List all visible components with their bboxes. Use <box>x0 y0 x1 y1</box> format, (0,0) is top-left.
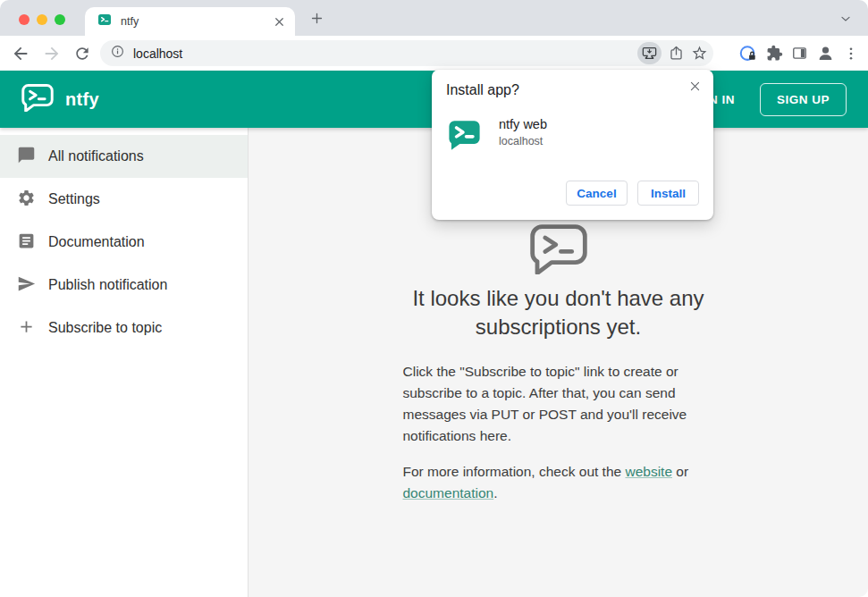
tab-strip: ntfy <box>0 0 868 36</box>
reload-icon[interactable] <box>73 45 91 63</box>
sidebar-item-label: Documentation <box>48 234 145 250</box>
article-icon <box>17 231 36 254</box>
paragraph-text: For more information, check out the <box>403 464 626 479</box>
password-extension-icon[interactable] <box>738 44 758 63</box>
tab-favicon-ntfy-icon <box>97 13 112 30</box>
sidebar-item-label: Subscribe to topic <box>48 320 162 336</box>
share-icon[interactable] <box>668 45 685 62</box>
extensions-puzzle-icon[interactable] <box>766 45 783 62</box>
address-bar[interactable]: localhost <box>100 40 713 66</box>
side-panel-icon[interactable] <box>791 45 808 62</box>
sign-up-button[interactable]: SIGN UP <box>760 83 847 116</box>
install-app-icon[interactable] <box>637 42 662 64</box>
new-tab-button[interactable] <box>309 11 324 26</box>
cancel-button[interactable]: Cancel <box>566 181 628 206</box>
site-info-icon[interactable] <box>110 44 125 63</box>
paragraph-text: Click the "Subscribe to topic" link to c… <box>403 364 687 443</box>
browser-menu-dots-icon[interactable] <box>843 46 859 62</box>
traffic-lights <box>19 14 65 25</box>
install-button[interactable]: Install <box>637 181 699 206</box>
url-text[interactable]: localhost <box>133 46 637 61</box>
paragraph-text: or <box>672 464 688 479</box>
back-icon[interactable] <box>11 44 30 63</box>
more-info-paragraph: For more information, check out the webs… <box>403 461 714 504</box>
sidebar-item-documentation[interactable]: Documentation <box>0 221 248 264</box>
chat-bubble-icon <box>17 146 36 168</box>
minimize-window-button[interactable] <box>37 14 47 25</box>
tab-search-chevron-icon[interactable] <box>839 12 853 26</box>
sidebar-item-publish-notification[interactable]: Publish notification <box>0 264 248 307</box>
send-icon <box>17 274 36 297</box>
browser-toolbar: localhost <box>0 36 868 71</box>
sidebar: All notifications Settings Documentation… <box>0 128 249 597</box>
ntfy-logo-icon <box>21 84 54 115</box>
browser-window: ntfy localhost <box>0 0 868 597</box>
website-link[interactable]: website <box>625 464 672 479</box>
gear-icon <box>17 189 36 211</box>
sidebar-item-all-notifications[interactable]: All notifications <box>0 135 248 178</box>
brand-title: ntfy <box>65 89 99 110</box>
close-icon[interactable] <box>688 80 702 93</box>
forward-icon[interactable] <box>42 44 62 63</box>
empty-state-heading: It looks like you don't have any subscri… <box>401 284 716 341</box>
tab-title: ntfy <box>121 15 273 28</box>
profile-avatar-icon[interactable] <box>816 44 835 63</box>
install-app-dialog: Install app? ntfy web localhost Cancel I… <box>432 70 713 220</box>
sidebar-item-label: All notifications <box>48 148 144 164</box>
ntfy-app-icon <box>446 117 483 157</box>
documentation-link[interactable]: documentation <box>403 485 494 500</box>
close-window-button[interactable] <box>19 14 29 25</box>
ntfy-empty-state-icon <box>530 224 587 274</box>
maximize-window-button[interactable] <box>55 14 65 25</box>
sidebar-item-settings[interactable]: Settings <box>0 178 248 221</box>
bookmark-star-icon[interactable] <box>691 45 708 62</box>
sidebar-item-subscribe-to-topic[interactable]: Subscribe to topic <box>0 307 248 349</box>
plus-icon <box>17 317 36 340</box>
install-dialog-title: Install app? <box>446 82 699 98</box>
install-app-name: ntfy web <box>499 117 547 131</box>
browser-tab[interactable]: ntfy <box>85 7 295 36</box>
close-tab-icon[interactable] <box>273 15 286 29</box>
paragraph-text: . <box>493 485 497 500</box>
sidebar-item-label: Settings <box>48 191 100 207</box>
install-app-origin: localhost <box>499 135 547 147</box>
empty-state-paragraph: Click the "Subscribe to topic" link to c… <box>403 361 714 447</box>
sidebar-item-label: Publish notification <box>48 277 167 293</box>
